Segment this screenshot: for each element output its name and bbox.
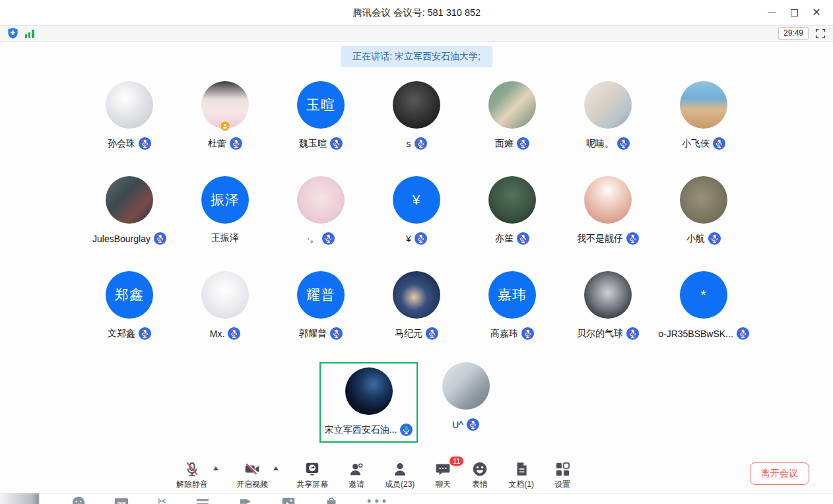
host-badge-icon: [220, 121, 230, 131]
participant-avatar: *: [680, 271, 727, 319]
toolbar-label: 文档(1): [508, 479, 534, 490]
close-button[interactable]: ✕: [805, 3, 828, 22]
svg-text:GIF: GIF: [117, 501, 126, 504]
leave-meeting-button[interactable]: 离开会议: [750, 462, 809, 485]
avatar-initials: 郑鑫: [115, 286, 144, 304]
participant-name: 贝尔的气球: [577, 328, 623, 340]
participant-tile-active-speaker[interactable]: 宋立军西安石油...: [319, 362, 418, 443]
participant-name: 王振泽: [211, 232, 239, 244]
avatar-initials: *: [700, 287, 706, 303]
avatar-initials: 嘉玮: [498, 286, 527, 304]
participant-name: 宋立军西安石油...: [325, 424, 397, 436]
settings-button[interactable]: 设置: [554, 455, 571, 490]
participant-name: 魏玉暄: [299, 138, 327, 150]
participant-tile[interactable]: ¥ ¥: [369, 176, 465, 245]
scissors-strip-icon[interactable]: ✂: [157, 495, 167, 504]
participant-tile[interactable]: 杜蕾: [178, 81, 273, 150]
window-controls: ✕: [760, 0, 828, 25]
participant-avatar: ¥: [393, 176, 440, 224]
mic-muted-icon: [230, 137, 242, 150]
members-button[interactable]: 成员(23): [385, 455, 415, 490]
emoji-button[interactable]: 表情: [471, 455, 488, 490]
window-title: 腾讯会议 会议号: 581 310 852: [0, 7, 833, 19]
participant-name: o-JR35BSBwSK...: [658, 329, 733, 339]
participant-avatar: [106, 81, 153, 129]
participant-tile[interactable]: 呢喃。: [560, 81, 656, 150]
participant-name: 杜蕾: [208, 138, 226, 150]
more-dots-strip-icon[interactable]: • • •: [367, 495, 386, 504]
mic-muted-icon: [426, 327, 438, 340]
participant-tile[interactable]: U^: [418, 362, 514, 443]
participant-tile[interactable]: 小飞侠: [656, 81, 752, 150]
menu-lines-strip-icon[interactable]: [195, 495, 210, 504]
mic-muted-icon: [322, 232, 335, 245]
participant-avatar: [584, 271, 632, 319]
participant-tile[interactable]: 面瘫: [465, 81, 560, 150]
camera-off-toolbar-icon: [244, 460, 261, 478]
participant-tile[interactable]: 马纪元: [369, 271, 465, 340]
shape-strip-icon[interactable]: [238, 495, 253, 504]
network-signal-icon[interactable]: [25, 28, 36, 38]
participant-tile[interactable]: JulesBourglay: [82, 176, 178, 245]
participant-tile[interactable]: 振泽 王振泽: [178, 176, 273, 245]
titlebar: 腾讯会议 会议号: 581 310 852 ✕: [0, 0, 833, 25]
mic-muted-icon: [517, 137, 529, 150]
gif-strip-icon[interactable]: GIF: [114, 495, 129, 504]
toolbar-label: 解除静音: [176, 479, 208, 490]
avatar-initials: 振泽: [211, 191, 240, 209]
chat-unread-badge: 11: [449, 456, 464, 466]
meeting-security-shield-icon[interactable]: [7, 27, 19, 40]
invite-button[interactable]: 邀请: [348, 455, 365, 490]
participant-row: JulesBourglay 振泽 王振泽: [0, 176, 833, 245]
mic-active-icon: [400, 424, 413, 436]
toolbar-label: 表情: [472, 479, 488, 490]
bag-strip-icon[interactable]: [324, 495, 339, 504]
invite-person-icon: [348, 460, 365, 478]
smiley-icon: [471, 460, 488, 478]
members-person-icon: [391, 460, 409, 478]
toolbar-label: 设置: [554, 479, 570, 490]
participant-avatar: [488, 176, 536, 224]
emoji-strip-icon[interactable]: [71, 495, 86, 504]
participant-tile[interactable]: 我不是靓仔: [560, 176, 656, 245]
video-options-caret-icon[interactable]: [273, 466, 279, 470]
participant-avatar: [442, 362, 490, 410]
participant-tile[interactable]: 玉暄 魏玉暄: [273, 81, 369, 150]
participant-name: 马纪元: [395, 328, 422, 340]
participant-tile[interactable]: 亦笙: [465, 176, 560, 245]
participant-avatar: [106, 176, 153, 224]
unmute-button[interactable]: 解除静音: [176, 455, 208, 490]
participant-tile[interactable]: ·。: [273, 176, 369, 245]
participant-name: JulesBourglay: [92, 234, 150, 244]
mic-muted-icon: [626, 327, 639, 340]
minimize-button[interactable]: [760, 3, 783, 22]
image-strip-icon[interactable]: [281, 495, 296, 504]
maximize-button[interactable]: [783, 3, 805, 22]
participant-avatar: [393, 271, 440, 319]
mic-options-caret-icon[interactable]: [213, 466, 218, 470]
background-app-strip: GIF ✂ • • •: [0, 493, 833, 504]
participant-tile[interactable]: Mx.: [178, 271, 273, 340]
fullscreen-icon[interactable]: [815, 28, 826, 40]
start-video-button[interactable]: 开启视频: [236, 455, 268, 490]
participant-name: ·。: [307, 233, 319, 245]
participant-tile[interactable]: s: [369, 81, 465, 150]
avatar-initials: 耀普: [306, 286, 335, 304]
participant-tile[interactable]: 孙会珠: [82, 81, 178, 150]
participant-avatar: [393, 81, 440, 129]
participant-tile[interactable]: 郑鑫 文郑鑫: [82, 271, 178, 340]
participant-tile[interactable]: 嘉玮 高嘉玮: [465, 271, 560, 340]
share-screen-button[interactable]: 共享屏幕: [296, 455, 328, 490]
chat-button[interactable]: 聊天 11: [434, 455, 451, 490]
participant-avatar: [201, 271, 249, 319]
participant-tile[interactable]: 耀普 郭耀普: [273, 271, 369, 340]
docs-button[interactable]: 文档(1): [508, 455, 534, 490]
toolbar-label: 邀请: [349, 479, 364, 490]
participant-tile[interactable]: 小航: [656, 176, 752, 245]
participant-avatar: [488, 81, 536, 129]
participant-tile[interactable]: * o-JR35BSBwSK...: [656, 271, 752, 340]
participant-tile[interactable]: 贝尔的气球: [560, 271, 656, 340]
mic-muted-icon: [330, 327, 343, 340]
mic-muted-icon: [139, 137, 151, 150]
toolbar-label: 共享屏幕: [296, 479, 328, 490]
